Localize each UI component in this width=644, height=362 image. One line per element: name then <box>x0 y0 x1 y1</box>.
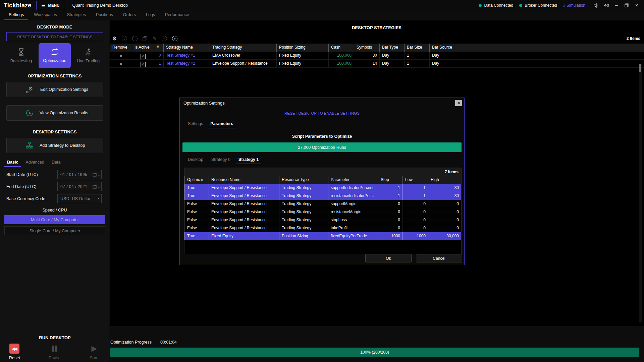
optimize-cell[interactable]: True <box>184 232 209 240</box>
date-spinner[interactable]: ▲ ▼ <box>98 173 100 177</box>
spinner-down-icon[interactable]: ▼ <box>98 175 100 177</box>
edit-pencil-icon[interactable]: ✎ <box>152 36 157 42</box>
duplicate-icon[interactable] <box>143 36 147 41</box>
strategy-row[interactable]: ✓ 1 Test Strategy #2 Envelope Support / … <box>110 60 644 68</box>
parameter-row[interactable]: False Envelope Support / Resistance Trad… <box>184 216 461 224</box>
col-step[interactable]: Step <box>378 176 402 184</box>
is-active-checkbox[interactable]: ✓ <box>141 54 146 59</box>
end-date-input[interactable]: 07 / 04 / 2021 ▲ ▼ <box>57 182 102 191</box>
col-resource-type[interactable]: Resource Type <box>279 176 328 184</box>
low-cell[interactable]: 1 <box>402 184 428 192</box>
move-down-icon[interactable]: ↓ <box>122 36 127 41</box>
remove-cell[interactable] <box>110 60 132 67</box>
gear-icon[interactable]: ⚙ <box>112 36 117 42</box>
high-cell[interactable]: 0 <box>428 208 461 216</box>
col-optimize[interactable]: Optimize <box>184 176 209 184</box>
base-currency-select[interactable]: USD, US Dollar ▼ <box>57 194 102 203</box>
start-button[interactable]: ▶ Start <box>89 344 99 360</box>
col-bar-source[interactable]: Bar Source <box>429 44 644 52</box>
step-cell[interactable]: 1 <box>378 184 402 192</box>
calendar-icon[interactable] <box>93 173 97 177</box>
add-strategy-icon[interactable]: + <box>172 36 177 41</box>
high-cell[interactable]: 30 <box>428 184 461 192</box>
date-spinner[interactable]: ▲ ▼ <box>98 185 100 189</box>
dialog-tab[interactable]: Settings <box>185 121 206 128</box>
minimize-icon[interactable]: ─ <box>611 1 622 10</box>
dialog-close-icon[interactable]: ✕ <box>455 100 462 106</box>
main-tab[interactable]: Strategies <box>63 10 90 19</box>
optimize-cell[interactable]: False <box>184 224 209 232</box>
parameter-row[interactable]: True Envelope Support / Resistance Tradi… <box>184 192 461 200</box>
is-active-checkbox[interactable]: ✓ <box>141 62 146 67</box>
strategy-name-link[interactable]: Test Strategy #2 <box>163 60 210 67</box>
dialog-strategy-tab[interactable]: Strategy 0 <box>209 157 233 164</box>
main-tab[interactable]: Orders <box>119 10 140 19</box>
start-date-input[interactable]: 01 / 01 / 1995 ▲ ▼ <box>57 170 102 179</box>
mode-optimization[interactable]: Optimization <box>39 43 71 68</box>
close-icon[interactable]: ✕ <box>632 1 642 10</box>
col-parameter[interactable]: Parameter <box>328 176 378 184</box>
low-cell[interactable]: 0 <box>402 216 428 224</box>
step-cell[interactable]: 0 <box>378 224 402 232</box>
col-strategy-name[interactable]: Strategy Name <box>163 44 210 52</box>
col-high[interactable]: High <box>428 176 461 184</box>
is-active-cell[interactable]: ✓ <box>132 52 154 59</box>
menu-button[interactable]: ☰ MENU <box>36 1 65 10</box>
optimize-cell[interactable]: False <box>184 200 209 208</box>
settings-subtab[interactable]: Advanced <box>23 159 47 167</box>
col-bar-type[interactable]: Bar Type <box>379 44 404 52</box>
col-resource-name[interactable]: Resource Name <box>209 176 279 184</box>
optimize-cell[interactable]: False <box>184 208 209 216</box>
col-cash[interactable]: Cash <box>328 44 354 52</box>
main-tab[interactable]: Logs <box>142 10 159 19</box>
cancel-button[interactable]: Cancel <box>416 254 462 262</box>
optimize-cell[interactable]: False <box>184 216 209 224</box>
high-cell[interactable]: 30,000 <box>428 232 461 240</box>
settings-subtab[interactable]: Data <box>49 159 63 167</box>
ok-button[interactable]: Ok <box>365 254 412 262</box>
single-core-button[interactable]: Single-Core / My Computer <box>4 226 105 235</box>
main-tab[interactable]: Workspaces <box>30 10 61 19</box>
low-cell[interactable]: 0 <box>402 208 428 216</box>
parameter-row[interactable]: False Envelope Support / Resistance Trad… <box>184 208 461 216</box>
reset-desktop-button[interactable]: RESET DESKTOP TO ENABLE SETTINGS <box>6 32 103 41</box>
main-tab[interactable]: Positions <box>92 10 117 19</box>
mode-live-trading[interactable]: Live Trading <box>72 43 104 68</box>
multi-core-button[interactable]: Multi-Core / My Computer <box>4 215 105 224</box>
low-cell[interactable]: 1 <box>402 192 428 200</box>
parameter-row[interactable]: True Envelope Support / Resistance Tradi… <box>184 184 461 192</box>
move-up-icon[interactable]: ↑ <box>132 36 138 41</box>
low-cell[interactable]: 0 <box>402 200 428 208</box>
col-remove[interactable]: Remove <box>110 44 132 52</box>
col-trading-strategy[interactable]: Trading Strategy <box>210 44 276 52</box>
pause-button[interactable]: Pause <box>49 344 60 360</box>
low-cell[interactable]: 0 <box>402 224 428 232</box>
low-cell[interactable]: 1000 <box>402 232 428 240</box>
dialog-tab[interactable]: Parameters <box>208 121 236 128</box>
remove-cell[interactable] <box>110 52 132 59</box>
col-number[interactable]: # <box>154 44 163 52</box>
view-optimization-results-button[interactable]: View Optimization Results <box>6 105 103 121</box>
col-is-active[interactable]: Is Active <box>132 44 154 52</box>
col-low[interactable]: Low <box>402 176 428 184</box>
strategy-name-link[interactable]: Test Strategy #1 <box>163 52 210 59</box>
high-cell[interactable]: 0 <box>428 200 461 208</box>
volume-icon[interactable] <box>591 1 601 10</box>
edit-optimization-settings-button[interactable]: ⚙⚙ Edit Optimization Settings <box>6 82 103 97</box>
col-symbols[interactable]: Symbols <box>354 44 379 52</box>
reset-button[interactable]: ◀◀ Reset <box>9 344 20 360</box>
optimize-cell[interactable]: True <box>184 184 209 192</box>
optimize-cell[interactable]: True <box>184 192 209 200</box>
step-cell[interactable]: 0 <box>378 216 402 224</box>
step-cell[interactable]: 0 <box>378 200 402 208</box>
parameter-row[interactable]: False Envelope Support / Resistance Trad… <box>184 200 461 208</box>
step-cell[interactable]: 1000 <box>378 232 402 240</box>
dialog-reset-link[interactable]: RESET DESKTOP TO ENABLE SETTINGS <box>180 111 464 115</box>
remove-square-icon[interactable] <box>120 55 122 57</box>
high-cell[interactable]: 0 <box>428 216 461 224</box>
high-cell[interactable]: 0 <box>428 224 461 232</box>
col-bar-size[interactable]: Bar Size <box>404 44 429 52</box>
parameter-row[interactable]: False Envelope Support / Resistance Trad… <box>184 224 461 232</box>
dock-icon[interactable] <box>601 1 611 10</box>
calendar-icon[interactable] <box>93 185 97 189</box>
